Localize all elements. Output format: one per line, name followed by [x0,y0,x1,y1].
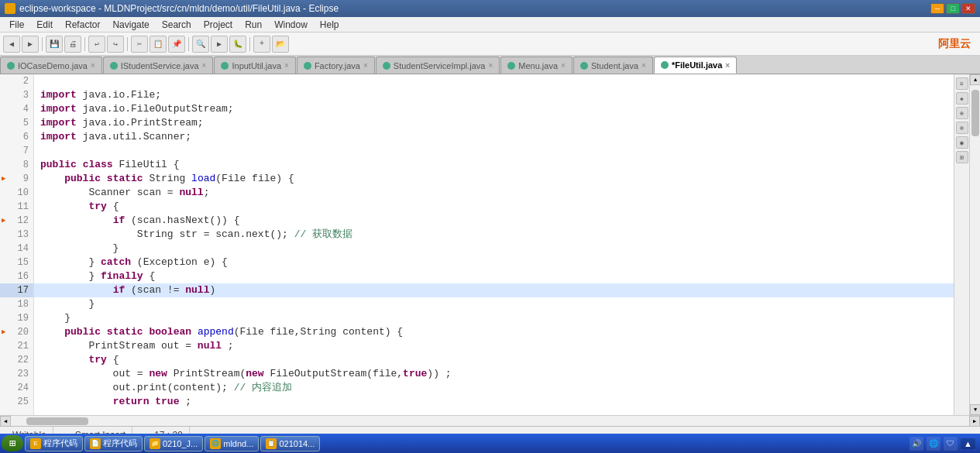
toolbar-paste[interactable]: 📌 [168,36,185,53]
tab-close-istudentservice[interactable]: × [202,61,207,70]
scroll-up-button[interactable]: ▲ [970,74,980,85]
eclipse-icon [5,3,15,14]
taskbar-label-3: 0210_J... [163,439,198,448]
system-clock[interactable]: ▲ [961,438,975,449]
line-9: ▶9 [0,172,33,186]
toolbar-print[interactable]: 🖨 [64,36,81,53]
tab-fileutil[interactable]: *FileUtil.java × [654,57,737,74]
line-11: 11 [0,200,33,214]
minimize-button[interactable]: ─ [930,3,944,14]
start-button[interactable]: ⊞ [2,435,23,451]
toolbar-undo[interactable]: ↩ [88,36,105,53]
tab-label-istudentservice: IStudentService.java [121,61,199,70]
toolbar-search[interactable]: 🔍 [192,36,209,53]
toolbar: ◀ ▶ 💾 🖨 ↩ ↪ ✂ 📋 📌 🔍 ▶ 🐛 + 📂 阿里云 [0,33,980,56]
line-13: 13 [0,228,33,242]
line-17: 17 [0,283,33,297]
toolbar-separator-4 [188,37,189,51]
line-7: 7 [0,144,33,158]
scroll-left-button[interactable]: ◀ [0,416,11,427]
code-line-21: PrintStream out = null ; [34,339,954,353]
toolbar-save[interactable]: 💾 [46,36,63,53]
vertical-scrollbar[interactable]: ▲ ▼ [969,74,980,415]
line-number-gutter: 2 3 4 5 6 7 8 ▶9 10 11 ▶12 13 14 15 16 1… [0,74,34,415]
tab-close-student[interactable]: × [641,61,646,70]
tab-icon-menu [507,62,515,70]
taskbar-item-2[interactable]: 📄 程序代码 [84,436,143,451]
tray-icon-3[interactable]: 🛡 [944,437,958,451]
menu-window[interactable]: Window [268,19,314,30]
menu-edit[interactable]: Edit [30,19,59,30]
menu-run[interactable]: Run [239,19,268,30]
tab-close-iocasedemo[interactable]: × [91,61,95,70]
tray-icon-1[interactable]: 🔊 [910,437,923,451]
taskbar-item-1[interactable]: E 程序代码 [25,436,83,451]
code-line-22: try { [34,353,954,367]
menu-refactor[interactable]: Refactor [59,19,106,30]
tab-studentserviceimpl[interactable]: StudentServiceImpl.java × [376,57,500,74]
line-24: 24 [0,381,33,395]
toolbar-open[interactable]: 📂 [272,36,289,53]
taskbar-item-4[interactable]: 🌐 mldnd... [205,436,259,451]
tab-close-inpututil[interactable]: × [284,61,289,70]
close-button[interactable]: ✕ [961,3,975,14]
code-line-5: import java.io.PrintStream; [34,116,954,130]
hscroll-thumb[interactable] [26,417,88,425]
line-6: 6 [0,130,33,144]
line-20: ▶20 [0,325,33,339]
horizontal-scrollbar[interactable]: ◀ ▶ [0,415,980,426]
tab-istudentservice[interactable]: IStudentService.java × [103,57,214,74]
menu-search[interactable]: Search [156,19,198,30]
tab-label-iocasedemo: IOCaseDemo.java [18,61,88,70]
tab-student[interactable]: Student.java × [573,57,653,74]
scroll-right-button[interactable]: ▶ [969,416,980,427]
tab-close-fileutil[interactable]: × [725,61,730,70]
toolbar-separator-1 [42,37,43,51]
maximize-button[interactable]: □ [946,3,960,14]
rpanel-btn-5[interactable]: ◉ [956,136,968,149]
toolbar-run[interactable]: ▶ [211,36,228,53]
code-line-10: Scanner scan = null; [34,186,954,200]
rpanel-btn-6[interactable]: ⊞ [956,151,968,163]
taskbar-item-5[interactable]: 📋 021014... [260,436,320,451]
line-4: 4 [0,102,33,116]
toolbar-copy[interactable]: 📋 [150,36,167,53]
menu-project[interactable]: Project [198,19,239,30]
tray-icon-2[interactable]: 🌐 [927,437,940,451]
taskbar-item-3[interactable]: 📁 0210_J... [144,436,203,451]
menu-navigate[interactable]: Navigate [106,19,155,30]
line-5: 5 [0,116,33,130]
tab-menu[interactable]: Menu.java × [500,57,573,74]
rpanel-btn-4[interactable]: ⊗ [956,122,968,134]
scroll-down-button[interactable]: ▼ [970,404,980,415]
scroll-thumb[interactable] [971,90,979,136]
code-line-16: } finally { [34,269,954,283]
toolbar-redo[interactable]: ↪ [107,36,124,53]
tab-icon-factory [304,62,311,70]
rpanel-btn-1[interactable]: ≡ [956,77,968,90]
tab-iocasedemo[interactable]: IOCaseDemo.java × [0,57,102,74]
tab-label-fileutil: *FileUtil.java [672,60,722,70]
toolbar-cut[interactable]: ✂ [131,36,148,53]
rpanel-btn-3[interactable]: ⊕ [956,107,968,119]
code-line-18: } [34,297,954,311]
editor-container: 2 3 4 5 6 7 8 ▶9 10 11 ▶12 13 14 15 16 1… [0,74,980,415]
tab-icon-fileutil [661,61,669,69]
code-line-9: public static String load(File file) { [34,172,954,186]
menu-file[interactable]: File [3,19,30,30]
menu-help[interactable]: Help [314,19,346,30]
toolbar-debug[interactable]: 🐛 [229,36,246,53]
toolbar-forward[interactable]: ▶ [22,36,39,53]
code-editor[interactable]: import java.io.File; import java.io.File… [34,74,954,415]
tab-close-factory[interactable]: × [363,61,368,70]
tab-icon-iocasedemo [7,62,15,70]
toolbar-new[interactable]: + [253,36,270,53]
taskbar-icon-3: 📁 [150,438,160,449]
rpanel-btn-2[interactable]: ◈ [956,92,968,105]
toolbar-back[interactable]: ◀ [3,36,20,53]
toolbar-separator-3 [127,37,128,51]
tab-close-menu[interactable]: × [561,61,566,70]
tab-inpututil[interactable]: InputUtil.java × [214,57,295,74]
tab-factory[interactable]: Factory.java × [297,57,375,74]
tab-close-studentserviceimpl[interactable]: × [488,61,493,70]
